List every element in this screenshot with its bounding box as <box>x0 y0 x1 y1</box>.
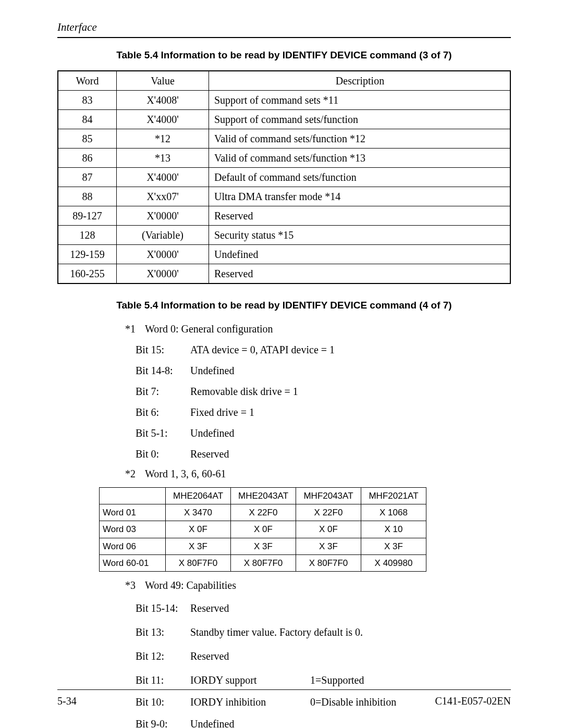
table-row: 84X'4000'Support of command sets/functio… <box>58 110 510 129</box>
inner-row: Word 60-01X 80F7F0X 80F7F0X 80F7F0X 4099… <box>100 554 426 571</box>
note-3: *3 Word 49: Capabilities <box>57 577 511 594</box>
table-row: 87X'4000'Default of command sets/functio… <box>58 168 510 187</box>
notes-block: *1 Word 0: General configuration Bit 15:… <box>57 320 511 728</box>
doc-id: C141-E057-02EN <box>435 695 511 707</box>
identify-table: Word Value Description 83X'4008'Support … <box>57 70 511 284</box>
bit-row: Bit 14-8:Undefined <box>57 362 511 379</box>
table-caption-1: Table 5.4 Information to be read by IDEN… <box>57 50 511 61</box>
inner-row: Word 03X 0FX 0FX 0FX 10 <box>100 521 426 538</box>
table-row: 160-255X'0000'Reserved <box>58 264 510 284</box>
table-caption-2: Table 5.4 Information to be read by IDEN… <box>57 300 511 311</box>
inner-row: Word 06X 3FX 3FX 3FX 3F <box>100 538 426 554</box>
bit-row: Bit 11:IORDY support1=Supported <box>57 672 511 688</box>
page: Interface Table 5.4 Information to be re… <box>0 0 563 728</box>
inner-table: MHE2064AT MHE2043AT MHF2043AT MHF2021AT … <box>99 487 426 572</box>
bit-row: Bit 13:Standby timer value. Factory defa… <box>57 624 511 640</box>
bit-row: Bit 0:Reserved <box>57 446 511 462</box>
bit-row: Bit 15-14:Reserved <box>57 600 511 616</box>
table-row: 129-159X'0000'Undefined <box>58 245 510 264</box>
table-row: 128(Variable)Security status *15 <box>58 226 510 245</box>
inner-row: Word 01X 3470X 22F0X 22F0X 1068 <box>100 504 426 521</box>
note-title: Word 1, 3, 6, 60-61 <box>145 465 511 482</box>
page-header: Interface <box>57 21 511 34</box>
table-row: 85*12Valid of command sets/function *12 <box>58 129 510 149</box>
note-title: Word 49: Capabilities <box>145 577 511 594</box>
table-row: 83X'4008'Support of command sets *11 <box>58 91 510 110</box>
note-2: *2 Word 1, 3, 6, 60-61 <box>57 465 511 482</box>
bit-row: Bit 15:ATA device = 0, ATAPI device = 1 <box>57 341 511 358</box>
table-head-row: Word Value Description <box>58 71 510 91</box>
bit-row: Bit 5-1:Undefined <box>57 425 511 441</box>
note-number: *2 <box>57 465 145 482</box>
table-row: 89-127X'0000'Reserved <box>58 206 510 226</box>
table-row: 88X'xx07'Ultra DMA transfer mode *14 <box>58 187 510 206</box>
col-desc: Description <box>209 71 511 91</box>
bit-row: Bit 7:Removable disk drive = 1 <box>57 383 511 400</box>
note-number: *3 <box>57 577 145 594</box>
note-1: *1 Word 0: General configuration <box>57 320 511 337</box>
inner-head-row: MHE2064AT MHE2043AT MHF2043AT MHF2021AT <box>100 488 426 504</box>
bit-row: Bit 6:Fixed drive = 1 <box>57 404 511 421</box>
col-value: Value <box>117 71 209 91</box>
col-word: Word <box>58 71 117 91</box>
page-number: 5-34 <box>57 695 77 707</box>
rule-top <box>57 37 511 38</box>
table-row: 86*13Valid of command sets/function *13 <box>58 149 510 168</box>
bit-row: Bit 12:Reserved <box>57 648 511 664</box>
note-number: *1 <box>57 320 145 337</box>
note-title: Word 0: General configuration <box>145 320 511 337</box>
bit-row: Bit 9-0:Undefined <box>57 715 511 728</box>
footer: 5-34 C141-E057-02EN <box>57 689 511 707</box>
rule-bottom <box>57 689 511 690</box>
